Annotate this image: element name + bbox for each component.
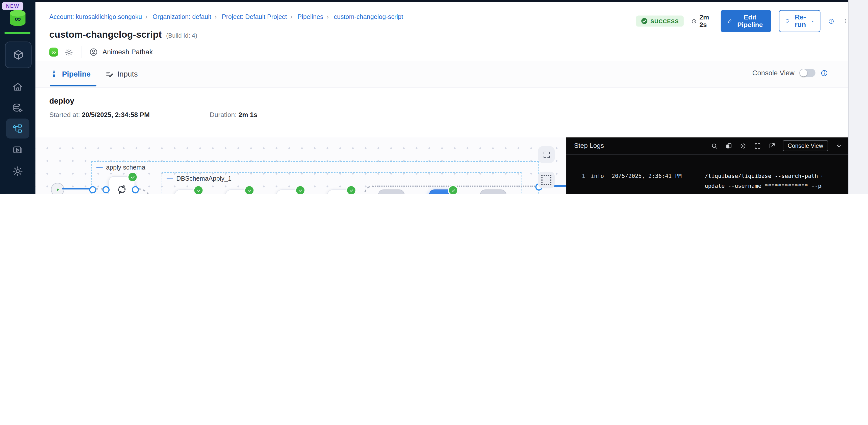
sidebar-item-pipelines[interactable] (6, 118, 29, 139)
port (102, 186, 110, 194)
pencil-icon (727, 18, 732, 24)
marquee-icon (541, 175, 551, 185)
sidebar-item-module-selector[interactable] (5, 41, 32, 68)
log-line-number: 1 (572, 171, 585, 194)
kebab-menu-icon[interactable] (842, 17, 848, 26)
project-settings-gear-icon[interactable] (12, 166, 23, 177)
tabs-bar: Pipeline Inputs Console View (35, 61, 848, 87)
page-title: custom-changelog-script (49, 29, 162, 40)
window-top-bar (0, 0, 868, 2)
started-at-value: 20/5/2025, 2:34:58 PM (82, 111, 150, 119)
log-message-line: /liquibase/liquibase --search-path db (705, 171, 822, 181)
harness-dbops-logo-icon[interactable]: ∞ (8, 9, 27, 27)
success-badge-icon (193, 185, 204, 194)
duration-value: 2m 1s (239, 111, 257, 119)
success-badge-icon (244, 185, 255, 194)
module-underline (4, 32, 31, 34)
pipelines-icon (12, 123, 23, 134)
copy-icon[interactable] (725, 142, 733, 149)
started-at-label: Started at: (49, 111, 80, 119)
breadcrumb-account[interactable]: Account: kurosakiichigo.songoku (49, 13, 142, 20)
author-name: Animesh Pathak (102, 48, 153, 56)
pipeline-tab-icon (50, 69, 58, 78)
avatar-icon (89, 48, 98, 57)
breadcrumb-org[interactable]: Organization: default (153, 13, 211, 20)
download-icon[interactable] (835, 142, 843, 149)
success-badge-icon (127, 172, 138, 182)
log-row: 1 info 20/5/2025, 2:36:41 PM /liquibase/… (566, 171, 848, 194)
search-icon[interactable] (711, 142, 718, 149)
clock-icon (691, 18, 696, 25)
home-icon[interactable] (12, 81, 23, 92)
log-output[interactable]: 1 info 20/5/2025, 2:36:41 PM /liquibase/… (566, 154, 848, 194)
active-tab-underline (50, 85, 96, 86)
stage-name: deploy (49, 96, 74, 105)
tab-pipeline[interactable]: Pipeline (50, 61, 91, 86)
executions-icon[interactable] (12, 144, 23, 155)
info-icon[interactable] (828, 17, 835, 25)
node-tag-database[interactable]: </> (480, 190, 506, 194)
success-badge-icon (448, 185, 459, 194)
sidebar-divider (5, 193, 30, 193)
edit-pipeline-button[interactable]: Edit Pipeline (721, 10, 771, 32)
play-icon (55, 187, 60, 192)
canvas-fullscreen-button[interactable] (538, 146, 555, 163)
log-message-line: update --username ************* --pas (705, 181, 822, 192)
console-view-button[interactable]: Console View (783, 140, 828, 151)
canvas-marquee-select-button[interactable] (538, 172, 555, 189)
build-id: (Build Id: 4) (166, 32, 197, 39)
refresh-icon (785, 18, 790, 24)
new-badge: NEW (2, 2, 23, 10)
breadcrumb-pipelines[interactable]: Pipelines (298, 13, 323, 20)
step-logs-title: Step Logs (574, 142, 604, 149)
log-level: info (591, 171, 608, 194)
log-timestamp: 20/5/2025, 2:36:41 PM (612, 171, 705, 194)
port (132, 186, 139, 194)
tab-inputs[interactable]: Inputs (105, 61, 138, 86)
gear-icon[interactable] (740, 142, 747, 149)
stage-header: deploy Started at: 20/5/2025, 2:34:58 PM… (35, 87, 848, 137)
rerun-button[interactable]: Re-run (779, 10, 820, 32)
cube-icon (14, 51, 22, 59)
port (89, 186, 96, 194)
open-in-new-icon[interactable] (768, 142, 776, 149)
collapse-icon[interactable]: — (167, 175, 173, 182)
breadcrumb: Account: kurosakiichigo.songoku› Organiz… (49, 13, 403, 20)
app-window: NEW ∞ Account: kurosakiichigo.songoku› O… (0, 0, 868, 194)
main-area: Account: kurosakiichigo.songoku› Organiz… (35, 2, 848, 194)
console-view-label: Console View (752, 69, 795, 77)
page-scrollbar-track[interactable] (848, 0, 868, 194)
node-tag-database-before-update[interactable]: </> (378, 190, 405, 194)
breadcrumb-project[interactable]: Project: Default Project (222, 13, 287, 20)
success-badge-icon (295, 185, 306, 194)
log-message-line: --url (705, 192, 822, 194)
database-settings-icon[interactable] (12, 103, 23, 114)
console-view-toggle[interactable] (800, 69, 816, 77)
status-badge: SUCCESS (636, 16, 684, 27)
step-group-label: — DBSchemaApply_1 (167, 175, 231, 182)
module-chip-icon: ∞ (49, 48, 58, 57)
left-nav: NEW ∞ (0, 0, 35, 194)
chevron-down-icon (811, 19, 814, 24)
inputs-tab-icon (105, 69, 114, 78)
elapsed-time: 2m 2s (691, 13, 713, 29)
log-message: /liquibase/liquibase --search-path dbupd… (705, 171, 822, 194)
edge-start (62, 188, 93, 190)
svg-text:∞: ∞ (14, 13, 21, 24)
pipeline-settings-gear-icon[interactable] (65, 48, 73, 56)
success-badge-icon (346, 185, 356, 194)
step-logs-panel: Step Logs Console View 1 info (566, 138, 848, 194)
pipeline-canvas[interactable]: — apply schema — DBSchemaApply_1 </> (35, 138, 566, 194)
fullscreen-icon (542, 150, 551, 159)
stage-group-label: — apply schema (96, 164, 146, 171)
sync-icon (115, 182, 129, 194)
console-view-info-icon[interactable] (820, 69, 828, 77)
breadcrumb-current[interactable]: custom-changelog-script (334, 13, 403, 20)
fullscreen-icon[interactable] (754, 142, 761, 149)
collapse-icon[interactable]: — (96, 164, 103, 171)
success-check-icon (641, 18, 648, 24)
step-logs-header: Step Logs Console View (566, 138, 848, 154)
duration-label: Duration: (210, 111, 237, 119)
